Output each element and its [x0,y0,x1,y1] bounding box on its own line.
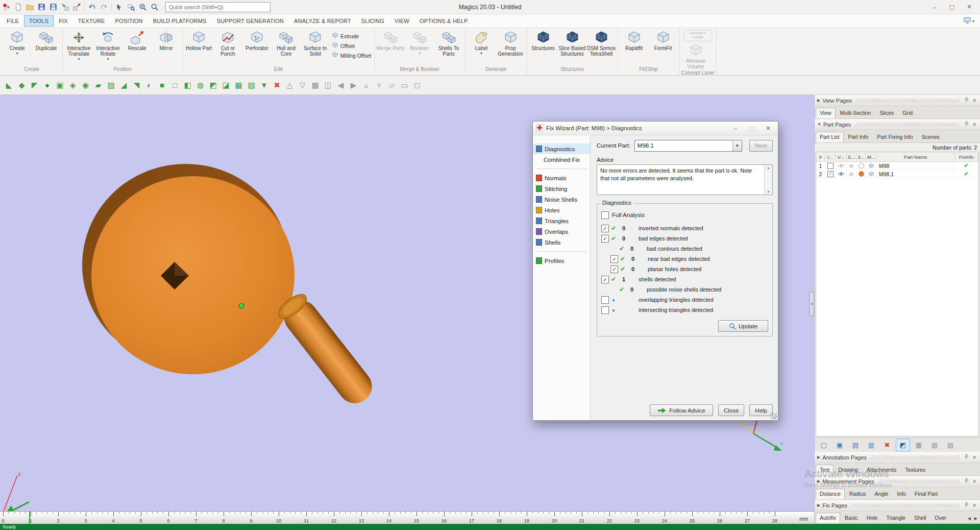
tabs-scroll-right-icon[interactable]: ▶ [973,516,979,523]
copy-part-icon[interactable]: ▤ [848,439,863,451]
part-pages-tab-part-list[interactable]: Part List [816,132,844,142]
diagnostic-checkbox[interactable]: ✓ [601,276,609,283]
part-pages-header[interactable]: ▼ Part Pages ✕ [815,119,980,130]
invert-selection-icon[interactable]: ◐ [143,78,156,92]
pin-icon[interactable] [964,478,969,485]
workspace-dropdown-icon[interactable]: ▾ [972,19,974,23]
menu-item-options-help[interactable]: OPTIONS & HELP [414,15,473,27]
mark-shell-icon[interactable]: ● [41,78,54,92]
part-row-m98[interactable]: 1▤M98✔ [816,162,978,170]
menu-item-build-platforms[interactable]: BUILD PLATFORMS [148,15,212,27]
measurement-pages-tab-radius[interactable]: Radius [845,489,870,499]
part-slices-icon[interactable]: ▤ [847,162,856,170]
annotation-pages-header[interactable]: ▶ Annotation Pages ✕ [815,452,980,463]
fix-pages-tab-triangle[interactable]: Triangle [882,513,910,523]
ribbon-button-prop-generation[interactable]: Prop Generation [496,29,525,57]
search-magnifier-icon[interactable] [149,2,160,12]
pin-icon[interactable] [964,121,969,128]
measure-icon[interactable]: ◻ [411,78,424,92]
fix-pages-tab-hole[interactable]: Hole [863,513,882,523]
mark-hole-icon[interactable]: ▦ [232,78,245,92]
save-icon[interactable] [36,2,47,12]
tabs-scroll-left-icon[interactable]: ◀ [966,516,972,523]
clear-selection-icon[interactable]: □ [168,78,181,92]
mark-surface-icon[interactable]: ◤ [28,78,41,92]
ribbon-button-offset[interactable]: Offset [332,42,372,50]
fix-wizard-nav-normals[interactable]: Normals [533,173,590,183]
update-button[interactable]: Update [718,320,768,332]
menu-item-texture[interactable]: TEXTURE [73,15,110,27]
duplicate-part-icon[interactable]: ▥ [864,439,878,451]
view-pages-tab-multi-section[interactable]: Multi-Section [836,108,875,118]
ribbon-button-mirror[interactable]: Mirror [152,29,181,51]
ribbon-button-structures[interactable]: Structures [529,29,558,51]
diagnostic-checkbox[interactable]: ✓ [610,266,618,273]
scroll-up-icon[interactable]: ▲ [767,166,770,170]
select-part-icon[interactable]: ◩ [896,439,910,451]
annotation-pages-tab-drawing[interactable]: Drawing [834,465,862,475]
fix-wizard-nav-combined-fix[interactable]: Combined Fix [533,154,590,165]
menu-item-fix[interactable]: FIX [54,15,73,27]
ribbon-button-cut-or-punch[interactable]: Cut or Punch [213,29,242,57]
part-handle[interactable] [275,290,379,410]
new-part-icon[interactable]: ▢ [817,439,831,451]
fix-wizard-nav-holes[interactable]: Holes [533,205,590,215]
ribbon-button-extrude[interactable]: Extrude [332,32,372,40]
menu-item-slicing[interactable]: SLICING [356,15,389,27]
mark-triangle-icon[interactable]: ◣ [3,78,15,92]
dialog-close-icon[interactable]: ✕ [762,125,775,132]
ribbon-button-duplicate[interactable]: Duplicate [32,29,61,51]
unify-normals-icon[interactable]: ▱ [385,78,398,92]
fix-wizard-nav-triangles[interactable]: Triangles [533,215,590,226]
part-visible-checkbox[interactable]: ✓ [827,171,834,177]
part-pages-tab-part-fixing-info[interactable]: Part Fixing Info [873,132,917,142]
combo-dropdown-icon[interactable]: ▼ [732,140,742,151]
measurement-pages-tab-angle[interactable]: Angle [871,489,893,499]
fix-wizard-nav-shells[interactable]: Shells [533,237,590,248]
select-through-icon[interactable]: ▨ [105,78,117,92]
grow-selection-icon[interactable]: ◢ [117,78,130,92]
menu-item-support-generation[interactable]: SUPPORT GENERATION [212,15,289,27]
menu-item-analyze-report[interactable]: ANALYZE & REPORT [289,15,356,27]
window-selection-icon[interactable]: ▣ [54,78,66,92]
close-panel-icon[interactable]: ✕ [971,122,977,127]
diagnostic-checkbox[interactable]: ✓ [601,235,609,243]
ribbon-button-rescale[interactable]: Rescale [122,29,152,51]
measurement-pages-header[interactable]: ▶ Measurement Pages ✕ [815,476,980,487]
ribbon-button-perforator[interactable]: Perforator [242,29,272,51]
mark-chamfer-icon[interactable]: ◩ [207,78,219,92]
close-panel-icon[interactable]: ✕ [971,503,977,508]
freeform-selection-icon[interactable]: ◈ [66,78,79,92]
measurement-pages-tab-distance[interactable]: Distance [816,489,845,499]
part-list-empty-area[interactable] [816,178,978,436]
select-all-icon[interactable]: ■ [156,78,168,92]
paste-from-clipboard-icon[interactable]: ▧ [927,439,942,451]
diagnostic-checkbox[interactable]: ✓ [610,255,618,263]
full-analysis-checkbox-box[interactable] [601,211,609,219]
pin-icon[interactable] [964,97,969,104]
part-view-eye-icon[interactable] [836,170,847,178]
viewport-3d[interactable]: z x [0,95,814,511]
part-color-swatch[interactable] [859,171,864,177]
current-part-combobox[interactable]: M98.1 ▼ [634,140,742,152]
close-panel-icon[interactable]: ✕ [971,98,977,103]
ribbon-button-hull-and-core[interactable]: Hull and Core [272,29,301,57]
section-icon[interactable]: ▭ [398,78,411,92]
quick-search-box[interactable] [165,2,271,12]
diagnostic-checkbox[interactable] [601,306,609,314]
menu-item-position[interactable]: POSITION [110,15,148,27]
menu-item-tools[interactable]: TOOLS [24,15,54,27]
redo-icon[interactable] [98,2,110,12]
expand-arrow-icon[interactable]: ▶ [817,98,820,103]
view-pages-tab-grid[interactable]: Grid [898,108,917,118]
import-part-icon[interactable]: ▣ [832,439,847,451]
zoom-window-icon[interactable] [125,2,137,12]
brush-selection-icon[interactable]: ◉ [79,78,92,92]
measurement-pages-tab-info[interactable]: Info [893,489,910,499]
pin-icon[interactable] [964,454,969,461]
fix-pages-tab-shell[interactable]: Shell [910,513,930,523]
fix-marked-icon[interactable]: ✖ [271,78,283,92]
dialog-title-bar[interactable]: Fix Wizard (Part: M98) > Diagnostics – ▢… [533,122,778,135]
quick-search-input[interactable] [168,4,268,11]
fix-wizard-nav-noise-shells[interactable]: Noise Shells [533,194,590,205]
